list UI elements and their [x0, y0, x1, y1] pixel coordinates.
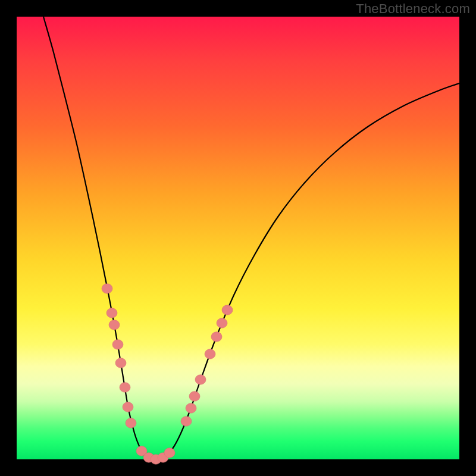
data-marker	[115, 358, 126, 368]
plot-svg	[17, 17, 459, 459]
data-marker	[107, 308, 117, 318]
data-marker	[102, 284, 112, 294]
bottleneck-curve	[43, 17, 459, 459]
markers-group	[102, 284, 233, 465]
data-marker	[186, 403, 196, 414]
data-marker	[211, 332, 222, 342]
data-marker	[217, 318, 227, 328]
data-marker	[109, 320, 120, 330]
data-marker	[205, 349, 215, 359]
data-marker	[126, 418, 136, 428]
data-marker	[123, 402, 133, 412]
data-marker	[181, 416, 192, 427]
data-marker	[195, 375, 206, 385]
data-marker	[164, 448, 175, 458]
watermark-text: TheBottleneck.com	[356, 1, 470, 17]
data-marker	[189, 392, 200, 402]
data-marker	[112, 340, 123, 350]
data-marker	[222, 305, 233, 315]
chart-canvas	[17, 17, 459, 459]
data-marker	[120, 383, 130, 393]
